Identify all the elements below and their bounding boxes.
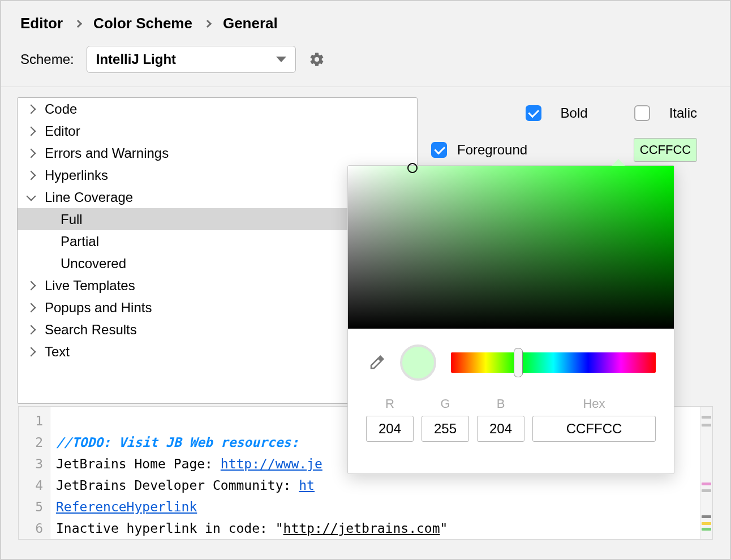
gutter: 123456 xyxy=(19,407,50,539)
breadcrumb-segment: General xyxy=(223,15,278,32)
tree-item[interactable]: Errors and Warnings xyxy=(18,142,417,164)
hyperlink[interactable]: ht xyxy=(299,478,315,493)
hex-input[interactable] xyxy=(532,416,656,442)
hex-label: Hex xyxy=(583,397,605,411)
tree-item-label: Partial xyxy=(61,234,99,249)
chevron-right-icon xyxy=(74,19,82,27)
code-line: JetBrains Home Page: http://www.je xyxy=(56,456,322,471)
chevron-right-icon xyxy=(204,19,212,27)
chevron-right-icon[interactable] xyxy=(27,303,36,312)
eyedropper-icon[interactable] xyxy=(368,354,385,371)
stripe-mark[interactable] xyxy=(702,489,711,492)
line-number: 5 xyxy=(19,496,43,518)
bold-label: Bold xyxy=(561,105,588,121)
sv-handle[interactable] xyxy=(407,163,418,173)
r-input[interactable] xyxy=(366,416,414,442)
italic-checkbox[interactable] xyxy=(634,105,650,121)
chevron-right-icon[interactable] xyxy=(27,126,36,136)
g-label: G xyxy=(440,397,450,411)
breadcrumb: Editor Color Scheme General xyxy=(1,1,730,38)
tree-item-label: Search Results xyxy=(45,322,137,338)
breadcrumb-segment[interactable]: Editor xyxy=(20,15,63,32)
stripe-mark[interactable] xyxy=(702,515,711,518)
line-number: 2 xyxy=(19,432,43,453)
foreground-label: Foreground xyxy=(457,142,527,158)
scheme-value: IntelliJ Light xyxy=(96,51,176,67)
italic-label: Italic xyxy=(669,105,697,121)
chevron-right-icon[interactable] xyxy=(27,104,36,114)
saturation-value-field[interactable] xyxy=(348,166,674,329)
tree-item-label: Uncovered xyxy=(61,256,126,272)
stripe-mark[interactable] xyxy=(702,483,711,485)
swatch-hex: CCFFCC xyxy=(640,143,691,157)
code-line: JetBrains Developer Community: ht xyxy=(56,478,315,493)
inactive-hyperlink: http://jetbrains.com xyxy=(283,521,440,536)
b-input[interactable] xyxy=(477,416,524,442)
foreground-checkbox[interactable] xyxy=(431,142,447,158)
g-input[interactable] xyxy=(422,416,469,442)
tree-item[interactable]: Editor xyxy=(18,120,417,142)
line-number: 1 xyxy=(19,410,43,432)
gear-icon[interactable] xyxy=(308,51,325,68)
hyperlink[interactable]: http://www.je xyxy=(221,456,322,471)
stripe-mark[interactable] xyxy=(702,416,711,419)
tree-item[interactable]: Code xyxy=(18,98,417,120)
line-number: 4 xyxy=(19,475,43,496)
tree-item-label: Text xyxy=(45,344,70,360)
tree-item-label: Code xyxy=(45,101,77,117)
color-preview xyxy=(400,344,436,381)
chevron-down-icon xyxy=(276,57,286,62)
tree-item-label: Line Coverage xyxy=(45,189,133,205)
chevron-right-icon[interactable] xyxy=(27,148,36,158)
chevron-right-icon[interactable] xyxy=(27,281,36,290)
chevron-right-icon[interactable] xyxy=(27,170,36,180)
b-label: B xyxy=(497,397,505,411)
stripe-mark[interactable] xyxy=(702,528,711,531)
color-picker-popup: R G B Hex xyxy=(347,165,674,474)
breadcrumb-segment[interactable]: Color Scheme xyxy=(93,15,192,32)
stripe-mark[interactable] xyxy=(702,522,711,525)
chevron-right-icon[interactable] xyxy=(27,325,36,334)
code-line: Inactive hyperlink in code: "http://jetb… xyxy=(56,521,448,536)
tree-item-label: Hyperlinks xyxy=(45,167,108,183)
hue-slider[interactable] xyxy=(451,352,656,373)
chevron-right-icon[interactable] xyxy=(27,347,36,356)
foreground-color-swatch[interactable]: CCFFCC xyxy=(634,138,697,162)
hue-handle[interactable] xyxy=(514,348,523,377)
r-label: R xyxy=(385,397,394,411)
tree-item-label: Popups and Hints xyxy=(45,300,152,316)
code-line: //TODO: Visit JB Web resources: xyxy=(56,435,299,450)
bold-checkbox[interactable] xyxy=(526,105,541,121)
hyperlink[interactable]: ReferenceHyperlink xyxy=(56,499,197,514)
tree-item-label: Live Templates xyxy=(45,278,135,294)
scheme-dropdown[interactable]: IntelliJ Light xyxy=(87,46,296,73)
scheme-label: Scheme: xyxy=(20,51,74,67)
line-number: 3 xyxy=(19,453,43,475)
error-stripe[interactable] xyxy=(700,407,712,539)
chevron-down-icon[interactable] xyxy=(27,191,36,201)
tree-item-label: Editor xyxy=(45,123,80,139)
tree-item-label: Full xyxy=(61,212,83,227)
stripe-mark[interactable] xyxy=(702,424,711,427)
tree-item-label: Errors and Warnings xyxy=(45,145,169,161)
line-number: 6 xyxy=(19,518,43,539)
